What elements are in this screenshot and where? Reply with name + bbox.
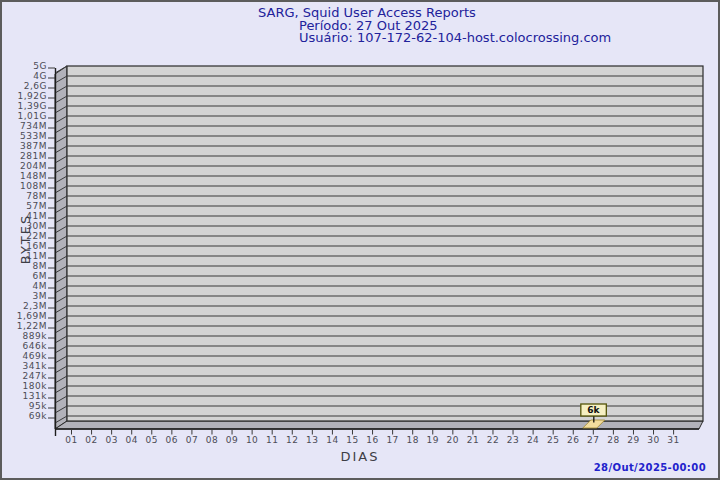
x-tick-label: 25 [547, 435, 559, 445]
y-tick-label: 4G [33, 71, 47, 81]
plot-backplane [67, 66, 703, 421]
x-tick-label: 28 [607, 435, 619, 445]
y-tick-label: 889k [23, 331, 48, 341]
x-tick-label: 07 [186, 435, 198, 445]
x-tick-label: 17 [386, 435, 398, 445]
y-tick-label: 69k [29, 411, 47, 421]
x-tick-label: 02 [85, 435, 97, 445]
sarg-report-page: SARG, Squid User Access Reports Período:… [0, 0, 720, 480]
y-tick-label: 341k [23, 361, 48, 371]
y-tick-label: 387M [20, 141, 47, 151]
y-tick-label: 78M [26, 191, 47, 201]
x-tick-label: 31 [667, 435, 679, 445]
x-tick-label: 15 [346, 435, 358, 445]
y-tick-label: 1,01G [17, 111, 47, 121]
y-tick-label: 469k [23, 351, 48, 361]
x-tick-label: 24 [527, 435, 539, 445]
x-tick-label: 19 [427, 435, 439, 445]
x-tick-label: 30 [647, 435, 659, 445]
x-tick-label: 11 [266, 435, 278, 445]
x-tick-label: 08 [206, 435, 218, 445]
y-tick-label: 2,3M [23, 301, 47, 311]
y-tick-label: 8M [33, 261, 48, 271]
x-tick-label: 21 [467, 435, 479, 445]
x-tick-label: 22 [487, 435, 499, 445]
y-tick-label: 180k [23, 381, 48, 391]
x-tick-label: 10 [246, 435, 258, 445]
y-tick-label: 533M [20, 131, 47, 141]
x-axis-ticks [72, 430, 674, 435]
y-tick-label: 247k [23, 371, 48, 381]
marker-value-label: 6k [587, 405, 600, 415]
x-tick-label: 01 [65, 435, 77, 445]
y-tick-label: 5G [33, 61, 47, 71]
x-tick-label: 18 [406, 435, 418, 445]
generation-timestamp: 28/Out/2025-00:00 [594, 462, 706, 473]
x-tick-label: 20 [447, 435, 459, 445]
y-tick-label: 1,69M [17, 311, 47, 321]
y-tick-label: 6M [33, 271, 48, 281]
y-tick-label: 646k [23, 341, 48, 351]
plot-floor [55, 421, 703, 429]
x-tick-label: 13 [306, 435, 318, 445]
x-tick-label: 06 [166, 435, 178, 445]
x-tick-label: 03 [105, 435, 117, 445]
y-tick-label: 1,22M [17, 321, 47, 331]
y-tick-label: 148M [20, 171, 47, 181]
x-axis-title: DIAS [341, 449, 380, 464]
y-tick-label: 204M [20, 161, 47, 171]
y-tick-label: 281M [20, 151, 47, 161]
y-tick-label: 734M [20, 121, 47, 131]
x-tick-label: 09 [226, 435, 238, 445]
x-tick-label: 23 [507, 435, 519, 445]
x-tick-label: 29 [627, 435, 639, 445]
y-tick-label: 4M [33, 281, 48, 291]
x-tick-label: 04 [125, 435, 137, 445]
y-axis-title: BYTES [18, 214, 33, 265]
plot-area: 5G4G2,6G1,92G1,39G1,01G734M533M387M281M2… [2, 2, 720, 480]
y-tick-label: 108M [20, 181, 47, 191]
y-tick-label: 2,6G [24, 81, 47, 91]
y-tick-label: 1,92G [17, 91, 47, 101]
y-tick-label: 1,39G [17, 101, 47, 111]
y-tick-label: 57M [26, 201, 47, 211]
y-tick-label: 3M [33, 291, 48, 301]
x-tick-label: 12 [286, 435, 298, 445]
x-tick-label: 27 [587, 435, 599, 445]
y-tick-label: 95k [29, 401, 47, 411]
x-axis-tick-labels: 0102030405060708091011121314151617181920… [65, 435, 680, 445]
x-tick-label: 05 [146, 435, 158, 445]
x-tick-label: 14 [326, 435, 338, 445]
x-tick-label: 26 [567, 435, 579, 445]
y-tick-label: 131k [23, 391, 48, 401]
x-tick-label: 16 [366, 435, 378, 445]
